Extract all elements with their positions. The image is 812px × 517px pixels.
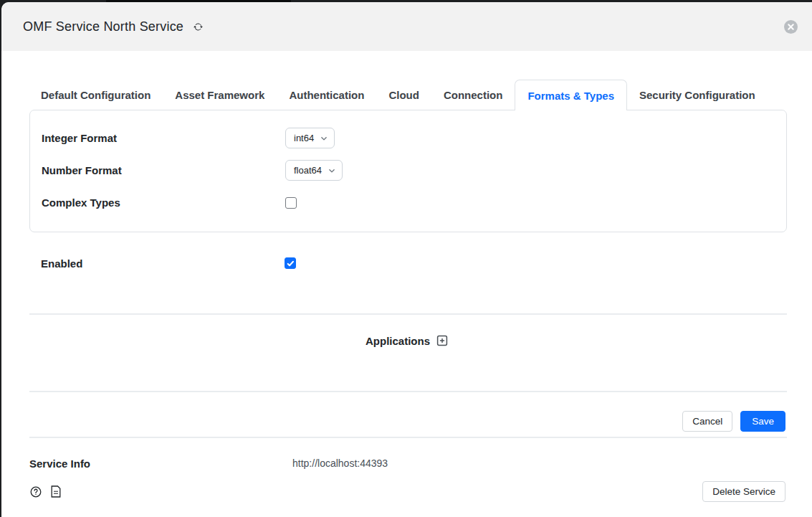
tab-cloud[interactable]: Cloud — [376, 80, 431, 110]
chevron-down-icon — [320, 135, 328, 142]
enabled-label: Enabled — [29, 257, 285, 270]
plus-square-icon[interactable] — [436, 335, 448, 346]
number-format-row: Number Format float64 — [30, 154, 786, 186]
tab-asset-framework[interactable]: Asset Framework — [163, 80, 277, 110]
service-config-modal: OMF Service North Service Default Config… — [1, 2, 812, 517]
form-actions: Cancel Save — [1, 411, 785, 432]
integer-format-select[interactable]: int64 — [285, 128, 335, 148]
tab-connection[interactable]: Connection — [431, 80, 515, 110]
question-circle-icon[interactable] — [30, 486, 42, 498]
complex-types-row: Complex Types — [30, 186, 786, 219]
delete-service-button[interactable]: Delete Service — [702, 481, 785, 502]
modal-title: OMF Service North Service — [23, 19, 183, 34]
tab-security-configuration[interactable]: Security Configuration — [627, 80, 768, 110]
chevron-down-icon — [328, 167, 335, 174]
close-icon[interactable] — [784, 20, 798, 34]
tab-formats-and-types[interactable]: Formats & Types — [515, 80, 627, 110]
applications-title: Applications — [366, 335, 430, 347]
integer-format-label: Integer Format — [30, 132, 285, 144]
integer-format-row: Integer Format int64 — [30, 122, 786, 154]
tab-authentication[interactable]: Authentication — [277, 80, 376, 110]
save-button[interactable]: Save — [740, 411, 785, 432]
service-info-label: Service Info — [29, 457, 292, 470]
cancel-button[interactable]: Cancel — [682, 411, 732, 432]
applications-section: Applications — [1, 332, 812, 349]
document-icon[interactable] — [51, 485, 61, 498]
refresh-icon[interactable] — [194, 22, 203, 32]
divider — [29, 437, 787, 438]
complex-types-checkbox[interactable] — [285, 197, 297, 209]
number-format-value: float64 — [294, 165, 322, 176]
bottom-row: Delete Service — [30, 481, 785, 502]
service-info-row: Service Info http://localhost:44393 — [29, 456, 787, 470]
integer-format-value: int64 — [294, 133, 314, 143]
enabled-row: Enabled — [29, 252, 787, 274]
complex-types-label: Complex Types — [30, 196, 285, 209]
formats-types-panel: Integer Format int64 Number Format float… — [29, 110, 787, 232]
checkmark-icon — [287, 260, 295, 267]
modal-header: OMF Service North Service — [1, 2, 812, 51]
tab-bar: Default Configuration Asset Framework Au… — [29, 80, 787, 110]
service-url: http://localhost:44393 — [292, 457, 388, 469]
enabled-checkbox[interactable] — [285, 257, 296, 269]
tab-default-configuration[interactable]: Default Configuration — [29, 80, 163, 110]
info-icons — [30, 485, 702, 498]
number-format-select[interactable]: float64 — [285, 160, 343, 181]
divider — [29, 391, 787, 392]
number-format-label: Number Format — [30, 164, 285, 176]
divider — [29, 313, 787, 315]
